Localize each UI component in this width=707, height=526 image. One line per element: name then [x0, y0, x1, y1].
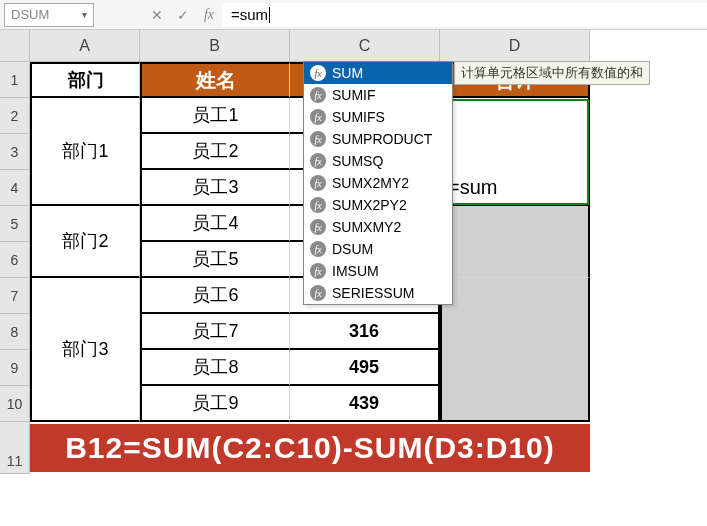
row-header-3[interactable]: 3 — [0, 134, 30, 170]
autocomplete-item[interactable]: fxSUMIF — [304, 84, 452, 106]
row-header-1[interactable]: 1 — [0, 62, 30, 98]
autocomplete-label: DSUM — [332, 241, 373, 257]
fx-badge-icon: fx — [310, 263, 326, 279]
cell-b2[interactable]: 员工1 — [140, 98, 290, 134]
fx-badge-icon: fx — [310, 241, 326, 257]
autocomplete-label: IMSUM — [332, 263, 379, 279]
row-header-11[interactable]: 11 — [0, 422, 30, 474]
autocomplete-item[interactable]: fxSUMSQ — [304, 150, 452, 172]
row-header-7[interactable]: 7 — [0, 278, 30, 314]
col-header-d[interactable]: D — [440, 30, 590, 62]
autocomplete-label: SUMPRODUCT — [332, 131, 432, 147]
cell-a1[interactable]: 部门 — [30, 62, 140, 98]
cell-b10[interactable]: 员工9 — [140, 386, 290, 422]
fx-badge-icon: fx — [310, 109, 326, 125]
autocomplete-label: SUMXMY2 — [332, 219, 401, 235]
fx-badge-icon: fx — [310, 153, 326, 169]
column-headers: A B C D — [30, 30, 590, 62]
fx-badge-icon: fx — [310, 175, 326, 191]
row-header-4[interactable]: 4 — [0, 170, 30, 206]
cell-b7[interactable]: 员工6 — [140, 278, 290, 314]
fx-badge-icon: fx — [310, 285, 326, 301]
row-headers: 1 2 3 4 5 6 7 8 9 10 11 — [0, 62, 30, 474]
cell-b6[interactable]: 员工5 — [140, 242, 290, 278]
cell-c9[interactable]: 495 — [290, 350, 440, 386]
autocomplete-item[interactable]: fxSUMIFS — [304, 106, 452, 128]
cell-b3[interactable]: 员工2 — [140, 134, 290, 170]
name-box[interactable]: DSUM ▾ — [4, 3, 94, 27]
formula-input[interactable]: =sum — [222, 3, 707, 27]
autocomplete-item[interactable]: fxSUMXMY2 — [304, 216, 452, 238]
cell-b9[interactable]: 员工8 — [140, 350, 290, 386]
row-header-10[interactable]: 10 — [0, 386, 30, 422]
fx-icon[interactable]: fx — [196, 2, 222, 28]
formula-bar: DSUM ▾ ✕ ✓ fx =sum — [0, 0, 707, 30]
fx-badge-icon: fx — [310, 87, 326, 103]
cell-a7-merged[interactable]: 部门3 — [30, 278, 140, 422]
autocomplete-item[interactable]: fxSERIESSUM — [304, 282, 452, 304]
autocomplete-item[interactable]: fxIMSUM — [304, 260, 452, 282]
autocomplete-item[interactable]: fxSUMX2MY2 — [304, 172, 452, 194]
autocomplete-item[interactable]: fxSUMX2PY2 — [304, 194, 452, 216]
cancel-formula-button[interactable]: ✕ — [144, 2, 170, 28]
row-header-6[interactable]: 6 — [0, 242, 30, 278]
fx-badge-icon: fx — [310, 219, 326, 235]
row-header-2[interactable]: 2 — [0, 98, 30, 134]
name-box-value: DSUM — [11, 7, 49, 22]
function-autocomplete-dropdown[interactable]: fxSUM fxSUMIF fxSUMIFS fxSUMPRODUCT fxSU… — [303, 61, 453, 305]
fx-badge-icon: fx — [310, 65, 326, 81]
fx-badge-icon: fx — [310, 131, 326, 147]
row-header-9[interactable]: 9 — [0, 350, 30, 386]
autocomplete-label: SUM — [332, 65, 363, 81]
cell-b8[interactable]: 员工7 — [140, 314, 290, 350]
select-all-corner[interactable] — [0, 30, 30, 62]
row-header-8[interactable]: 8 — [0, 314, 30, 350]
cell-a5-merged[interactable]: 部门2 — [30, 206, 140, 278]
autocomplete-label: SUMIFS — [332, 109, 385, 125]
formula-input-text: =sum — [231, 6, 268, 23]
col-header-c[interactable]: C — [290, 30, 440, 62]
cell-b1[interactable]: 姓名 — [140, 62, 290, 98]
autocomplete-label: SUMX2MY2 — [332, 175, 409, 191]
col-header-a[interactable]: A — [30, 30, 140, 62]
cell-c8[interactable]: 316 — [290, 314, 440, 350]
annotation-formula: B12=SUM(C2:C10)-SUM(D3:D10) — [30, 424, 590, 472]
cell-a2-merged[interactable]: 部门1 — [30, 98, 140, 206]
autocomplete-label: SUMSQ — [332, 153, 383, 169]
cell-d4[interactable]: =sum — [440, 170, 590, 206]
autocomplete-label: SUMX2PY2 — [332, 197, 407, 213]
autocomplete-item[interactable]: fxSUMPRODUCT — [304, 128, 452, 150]
cell-b5[interactable]: 员工4 — [140, 206, 290, 242]
autocomplete-item[interactable]: fxDSUM — [304, 238, 452, 260]
autocomplete-item[interactable]: fxSUM — [304, 62, 452, 84]
autocomplete-label: SUMIF — [332, 87, 376, 103]
row-header-5[interactable]: 5 — [0, 206, 30, 242]
cell-b4[interactable]: 员工3 — [140, 170, 290, 206]
fx-badge-icon: fx — [310, 197, 326, 213]
chevron-down-icon[interactable]: ▾ — [82, 9, 87, 20]
function-tooltip: 计算单元格区域中所有数值的和 — [454, 61, 650, 85]
col-header-b[interactable]: B — [140, 30, 290, 62]
autocomplete-label: SERIESSUM — [332, 285, 414, 301]
accept-formula-button[interactable]: ✓ — [170, 2, 196, 28]
cell-c10[interactable]: 439 — [290, 386, 440, 422]
